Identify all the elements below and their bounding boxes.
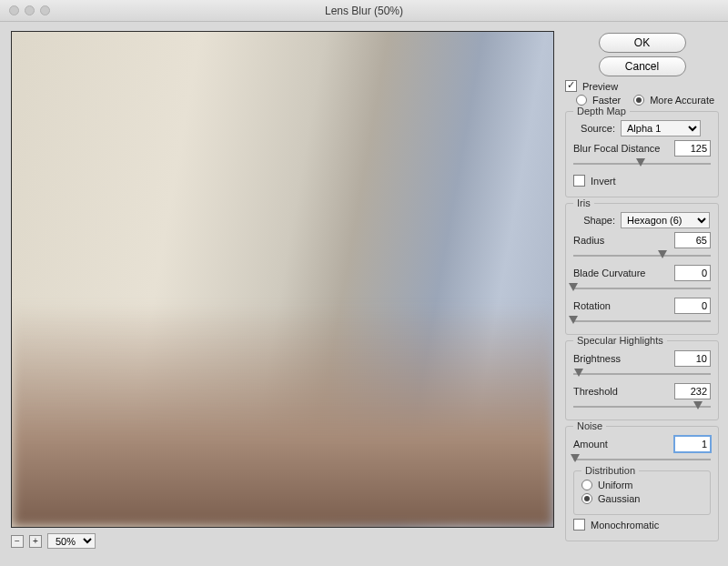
- monochromatic-label: Monochromatic: [591, 520, 659, 531]
- depth-map-title: Depth Map: [573, 106, 630, 116]
- blur-focal-input[interactable]: [674, 140, 711, 157]
- uniform-radio[interactable]: [581, 480, 592, 490]
- faster-label: Faster: [592, 95, 621, 106]
- zoom-in-button[interactable]: +: [29, 535, 42, 548]
- source-label: Source:: [573, 123, 615, 134]
- preview-checkbox[interactable]: [565, 80, 577, 92]
- noise-group: Noise Amount Distribution Uniform Gaussi…: [565, 426, 719, 541]
- image-preview[interactable]: [11, 31, 554, 528]
- amount-label: Amount: [573, 439, 608, 450]
- cancel-button[interactable]: Cancel: [599, 56, 686, 76]
- ok-button[interactable]: OK: [599, 33, 686, 53]
- threshold-label: Threshold: [573, 386, 618, 397]
- noise-title: Noise: [573, 420, 606, 431]
- preview-checkbox-label: Preview: [582, 81, 618, 92]
- blade-label: Blade Curvature: [573, 268, 646, 278]
- zoom-out-button[interactable]: −: [11, 535, 24, 548]
- titlebar: Lens Blur (50%): [0, 0, 728, 22]
- distribution-title: Distribution: [581, 465, 639, 476]
- radius-input[interactable]: [674, 232, 711, 248]
- window-title: Lens Blur (50%): [0, 5, 728, 17]
- distribution-group: Distribution Uniform Gaussian: [573, 470, 711, 515]
- threshold-input[interactable]: [674, 383, 711, 399]
- uniform-label: Uniform: [598, 480, 633, 490]
- shape-select[interactable]: Hexagon (6): [621, 212, 710, 228]
- faster-radio[interactable]: [576, 95, 587, 106]
- rotation-label: Rotation: [573, 300, 611, 311]
- rotation-input[interactable]: [674, 298, 711, 314]
- zoom-select[interactable]: 50%: [47, 533, 96, 549]
- iris-title: Iris: [573, 197, 594, 208]
- brightness-slider[interactable]: [573, 369, 711, 379]
- more-accurate-label: More Accurate: [650, 95, 714, 106]
- more-accurate-radio[interactable]: [633, 95, 644, 106]
- source-select[interactable]: Alpha 1: [621, 120, 701, 136]
- blur-focal-slider[interactable]: [573, 158, 711, 169]
- monochromatic-checkbox[interactable]: [573, 519, 585, 531]
- radius-slider[interactable]: [573, 250, 711, 261]
- brightness-input[interactable]: [674, 350, 711, 367]
- invert-label: Invert: [591, 176, 616, 187]
- specular-title: Specular Highlights: [573, 335, 667, 346]
- shape-label: Shape:: [573, 215, 615, 226]
- gaussian-label: Gaussian: [598, 493, 640, 504]
- amount-input[interactable]: [674, 436, 711, 452]
- specular-group: Specular Highlights Brightness Threshold: [565, 340, 719, 420]
- threshold-slider[interactable]: [573, 401, 711, 412]
- blur-focal-label: Blur Focal Distance: [573, 143, 660, 154]
- invert-checkbox[interactable]: [573, 175, 585, 187]
- amount-slider[interactable]: [573, 454, 711, 465]
- radius-label: Radius: [573, 235, 604, 246]
- rotation-slider[interactable]: [573, 316, 711, 327]
- blade-slider[interactable]: [573, 283, 711, 294]
- depth-map-group: Depth Map Source: Alpha 1 Blur Focal Dis…: [565, 111, 719, 197]
- gaussian-radio[interactable]: [581, 493, 592, 504]
- blade-input[interactable]: [674, 265, 711, 281]
- brightness-label: Brightness: [573, 353, 621, 364]
- iris-group: Iris Shape: Hexagon (6) Radius Blade Cur…: [565, 203, 719, 335]
